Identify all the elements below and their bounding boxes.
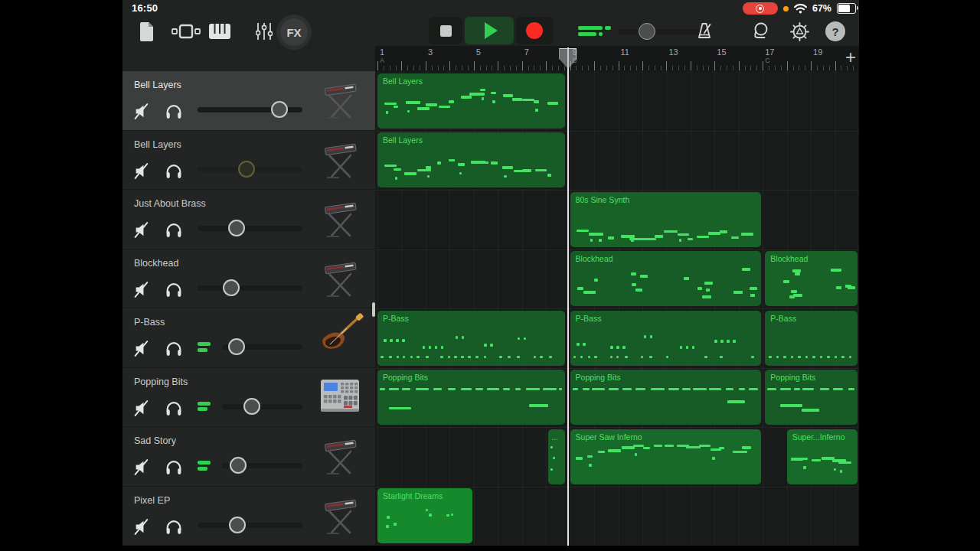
region-popping-bits[interactable]: Popping Bits xyxy=(765,370,858,425)
region-popping-bits[interactable]: Popping Bits xyxy=(570,370,762,425)
region-bell-layers[interactable]: Bell Layers xyxy=(377,73,565,129)
ruler-subtick xyxy=(528,66,529,70)
mute-button[interactable] xyxy=(133,517,152,536)
volume-slider[interactable] xyxy=(222,344,302,350)
volume-slider[interactable] xyxy=(222,404,302,409)
region-label: 80s Sine Synth xyxy=(576,195,630,204)
instrument-view-button[interactable] xyxy=(207,17,233,46)
solo-monitor-button[interactable] xyxy=(164,339,184,358)
drum-machine-icon[interactable] xyxy=(316,373,364,420)
midi-note xyxy=(783,356,786,359)
settings-button[interactable] xyxy=(787,17,812,46)
ruler-subtick xyxy=(540,66,541,70)
region-blockhead[interactable]: Blockhead xyxy=(570,251,762,306)
midi-note xyxy=(708,232,720,235)
keyboard-icon[interactable] xyxy=(316,194,364,242)
region-bell-layers[interactable]: Bell Layers xyxy=(377,132,565,187)
volume-knob[interactable] xyxy=(243,398,260,415)
header-resize-handle[interactable] xyxy=(372,302,375,317)
play-button[interactable] xyxy=(465,17,514,44)
region-80s-sine-synth[interactable]: 80s Sine Synth xyxy=(570,192,762,247)
ruler-tick xyxy=(498,61,498,70)
mute-button[interactable] xyxy=(133,339,152,358)
volume-slider[interactable] xyxy=(198,167,302,172)
mute-button[interactable] xyxy=(133,161,152,181)
track-header-popping-bits[interactable]: Popping Bits xyxy=(122,368,375,428)
keyboard-instrument-icon xyxy=(316,76,364,123)
mute-button[interactable] xyxy=(133,458,152,477)
mute-button[interactable] xyxy=(133,280,152,299)
mute-button[interactable] xyxy=(133,102,152,121)
region-blockhead[interactable]: Blockhead xyxy=(765,251,858,306)
track-header-bell-layers[interactable]: Bell Layers xyxy=(122,71,375,131)
help-button[interactable]: ? xyxy=(825,21,845,41)
volume-knob[interactable] xyxy=(271,101,288,118)
region-p-bass[interactable]: P-Bass xyxy=(377,311,565,366)
my-songs-button[interactable] xyxy=(135,17,158,46)
mixer-controls-button[interactable] xyxy=(253,17,276,46)
volume-slider[interactable] xyxy=(198,523,302,528)
keyboard-icon[interactable] xyxy=(316,491,364,539)
region-starlight-dreams[interactable]: Starlight Dreams xyxy=(377,488,472,543)
volume-slider[interactable] xyxy=(198,285,302,291)
keyboard-icon[interactable] xyxy=(316,76,364,123)
track-header-p-bass[interactable]: P-Bass xyxy=(122,308,375,368)
volume-slider[interactable] xyxy=(198,107,302,112)
ruler-subtick xyxy=(684,66,685,70)
midi-note xyxy=(650,335,653,338)
volume-knob[interactable] xyxy=(229,517,246,533)
metronome-button[interactable] xyxy=(692,17,717,46)
region-super-inferno[interactable]: Super...Inferno xyxy=(787,429,858,484)
add-track-button[interactable]: + xyxy=(841,47,861,67)
track-header-pixel-ep[interactable]: Pixel EP xyxy=(122,487,375,546)
region-p-bass[interactable]: P-Bass xyxy=(765,311,858,366)
keyboard-icon[interactable] xyxy=(316,432,364,479)
region-popping-bits[interactable]: Popping Bits xyxy=(377,370,565,425)
midi-note xyxy=(484,356,487,359)
master-volume-knob[interactable] xyxy=(639,23,655,40)
solo-monitor-button[interactable] xyxy=(164,517,184,536)
volume-knob[interactable] xyxy=(228,220,245,236)
ruler-tick xyxy=(739,61,740,70)
track-header-sad-story[interactable]: Sad Story xyxy=(122,427,375,487)
track-header-blockhead[interactable]: Blockhead xyxy=(122,249,375,309)
volume-knob[interactable] xyxy=(230,457,247,474)
volume-knob[interactable] xyxy=(223,279,240,296)
midi-note xyxy=(625,356,628,359)
document-icon xyxy=(139,21,155,42)
timeline-area[interactable]: Bell LayersBell Layers80s Sine SynthBloc… xyxy=(375,71,859,546)
volume-slider[interactable] xyxy=(198,226,302,231)
solo-monitor-button[interactable] xyxy=(164,102,184,121)
stop-button[interactable] xyxy=(429,17,462,44)
solo-monitor-button[interactable] xyxy=(164,458,184,477)
timeline-ruler[interactable]: 1A3579B11131517C19 xyxy=(375,46,859,72)
midi-note xyxy=(573,356,577,359)
solo-monitor-button[interactable] xyxy=(164,161,184,181)
mute-button[interactable] xyxy=(133,399,152,418)
ruler-tick xyxy=(714,61,715,70)
midi-note xyxy=(482,97,485,100)
track-header-just-about-brass[interactable]: Just About Brass xyxy=(122,190,375,249)
solo-monitor-button[interactable] xyxy=(164,399,184,418)
fx-button[interactable]: FX xyxy=(280,18,308,46)
volume-knob[interactable] xyxy=(228,338,245,355)
region-super-saw-inferno[interactable]: Super Saw Inferno xyxy=(570,429,762,484)
region--[interactable]: ... xyxy=(548,429,565,484)
region-label: Popping Bits xyxy=(576,373,621,382)
keyboard-icon[interactable] xyxy=(316,254,364,302)
track-header-bell-layers[interactable]: Bell Layers xyxy=(122,131,375,191)
midi-note xyxy=(475,356,479,359)
tracks-view-button[interactable] xyxy=(170,17,202,46)
record-button[interactable] xyxy=(516,17,553,44)
volume-slider[interactable] xyxy=(222,463,302,468)
solo-monitor-button[interactable] xyxy=(164,220,184,240)
volume-knob[interactable] xyxy=(238,161,255,178)
mute-button[interactable] xyxy=(133,220,152,240)
solo-monitor-button[interactable] xyxy=(164,280,184,299)
midi-note xyxy=(451,514,454,517)
screen-recording-indicator[interactable] xyxy=(743,2,778,15)
region-p-bass[interactable]: P-Bass xyxy=(570,311,762,366)
keyboard-icon[interactable] xyxy=(316,135,364,183)
bass-guitar-icon[interactable] xyxy=(316,313,364,360)
loop-browser-button[interactable] xyxy=(749,17,773,46)
